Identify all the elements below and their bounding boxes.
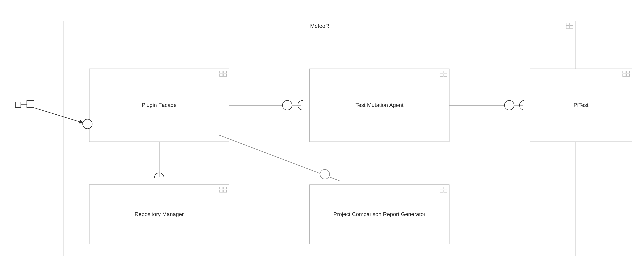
plugin-facade-box[interactable]: Plugin Facade	[89, 69, 229, 142]
pitest-label: PiTest	[574, 102, 588, 109]
project-comparison-label: Project Comparison Report Generator	[334, 211, 426, 218]
project-comparison-box[interactable]: Project Comparison Report Generator	[310, 184, 450, 244]
svg-rect-25	[15, 102, 21, 107]
test-mutation-agent-label: Test Mutation Agent	[356, 102, 404, 109]
diagram-canvas: MeteoR Plugin Facade	[0, 0, 644, 274]
meteor-icon	[566, 23, 574, 29]
svg-rect-4	[220, 71, 223, 73]
repository-manager-label: Repository Manager	[134, 211, 184, 218]
svg-rect-5	[224, 71, 226, 73]
svg-rect-22	[440, 190, 443, 192]
svg-rect-1	[570, 23, 573, 25]
plugin-facade-icon	[219, 71, 227, 77]
svg-rect-17	[224, 187, 226, 189]
svg-rect-23	[444, 190, 447, 192]
test-mutation-agent-box[interactable]: Test Mutation Agent	[310, 69, 450, 142]
svg-rect-11	[444, 74, 447, 76]
test-mutation-agent-icon	[440, 71, 447, 77]
svg-rect-16	[220, 187, 223, 189]
svg-rect-10	[440, 74, 443, 76]
svg-rect-19	[224, 190, 226, 192]
svg-rect-8	[440, 71, 443, 73]
svg-rect-21	[444, 187, 447, 189]
svg-rect-24	[27, 100, 34, 108]
svg-rect-14	[623, 74, 626, 76]
svg-rect-12	[623, 71, 626, 73]
svg-rect-7	[224, 74, 226, 76]
svg-rect-3	[570, 26, 573, 29]
svg-rect-15	[626, 74, 630, 76]
pitest-icon	[622, 71, 630, 77]
svg-rect-9	[444, 71, 447, 73]
pitest-box[interactable]: PiTest	[530, 69, 632, 142]
project-comparison-icon	[440, 186, 447, 193]
svg-rect-0	[566, 23, 569, 25]
svg-rect-18	[220, 190, 223, 192]
repository-manager-box[interactable]: Repository Manager	[89, 184, 229, 244]
plugin-facade-label: Plugin Facade	[142, 102, 177, 109]
svg-rect-2	[566, 26, 569, 29]
svg-rect-13	[626, 71, 630, 73]
meteor-label: MeteoR	[310, 23, 329, 29]
repository-manager-icon	[219, 186, 227, 193]
svg-rect-6	[220, 74, 223, 76]
svg-rect-20	[440, 187, 443, 189]
